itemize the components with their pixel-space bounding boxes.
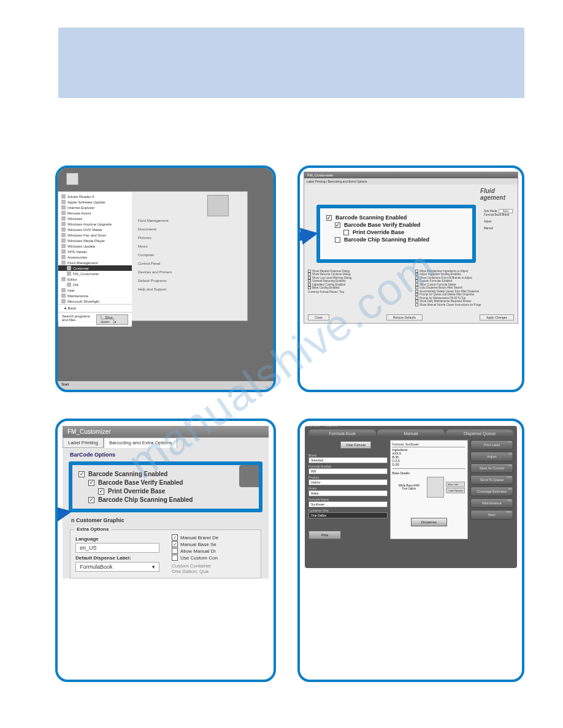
checkbox-barcode-scanning[interactable]: ✓Barcode Scanning Enabled (326, 214, 466, 221)
start-menu: Adobe Reader 9 Apple Software Update Int… (58, 191, 248, 321)
start-item-customer[interactable]: Customer (58, 265, 132, 271)
button-row: Close Restore Defaults Apply Changes (308, 314, 514, 320)
default-dispense-label-select[interactable]: FormulaBook▾ (75, 562, 159, 572)
coverage-estimator-button[interactable]: F3Coverage Estimator (470, 487, 513, 496)
checkbox-print-override[interactable]: Print Override Base (326, 229, 466, 235)
disp-title: ColorCard 4 - Dispense (306, 423, 338, 427)
chevron-down-icon: ▾ (152, 564, 155, 570)
brand-logo: Fluidagement (480, 188, 505, 201)
formula-number-input[interactable]: 809 (308, 468, 388, 474)
checkbox-chip-scanning[interactable]: Barcode Chip Scanning Enabled (326, 237, 466, 243)
extra-options-section: Extra Options Language en_US Default Dis… (70, 529, 261, 578)
dispense-button[interactable]: Dispense (411, 518, 447, 526)
header-banner (58, 28, 524, 98)
start-back[interactable]: ◄ Back (58, 304, 132, 312)
checkbox-barcode-scanning[interactable]: ✓Barcode Scanning Enabled (79, 471, 253, 477)
tab-barcoding[interactable]: Barcoding and Extra Options (104, 438, 177, 448)
checkbox-print-override[interactable]: ✓Print Override Base (79, 488, 253, 495)
version-footer: FM Customizer Version 14.0.1.1 (300, 391, 522, 392)
label-options-button[interactable]: Label Options (446, 488, 465, 493)
fm-customizer-window-large: FM_Customizer Label Printing Barcoding a… (63, 426, 269, 578)
clear-formula-button[interactable]: Clear Formula (340, 441, 371, 449)
container-size-select[interactable]: One Gallon (308, 512, 388, 518)
tab-manual[interactable]: Manual (377, 430, 445, 438)
start-item-fm-customizer[interactable]: FM_Customizer (58, 271, 132, 276)
side-options: Size Mode: Auto Formula Book Brand Adjus… (484, 209, 513, 230)
screenshot-panel-2: FM_Customizer Label Printing | Barcoding… (297, 165, 524, 392)
window-title: FM_Customizer (304, 172, 518, 178)
callout-arrow-icon (55, 503, 74, 523)
apply-changes-button[interactable]: Apply Changes (480, 314, 514, 320)
desktop-background: Adobe Reader 9 Apple Software Update Int… (58, 168, 274, 390)
language-select[interactable]: en_US (75, 543, 159, 553)
start-search-row: Search programs and files Shut down ▸ (58, 312, 132, 327)
tab-label-printing[interactable]: Label Printing (63, 438, 104, 448)
main-button[interactable]: ESCMain (470, 510, 513, 520)
paint-can-icon (427, 477, 444, 498)
checkbox-base-verify[interactable]: ✓Barcode Base Verify Enabled (326, 222, 466, 228)
start-button[interactable]: Start (61, 382, 69, 386)
shutdown-button[interactable]: Shut down ▸ (96, 314, 128, 325)
tab-strip: Label Printing Barcoding and Extra Optio… (63, 438, 269, 448)
price-button[interactable]: Price (308, 531, 341, 539)
user-avatar (207, 195, 229, 216)
start-menu-programs: Adobe Reader 9 Apple Software Update Int… (58, 192, 132, 320)
screenshot-panel-3: FM_Customizer Label Printing Barcoding a… (55, 419, 276, 682)
top-tabs: Formula Book Manual Dispense Queue (308, 430, 513, 438)
tab-formula-book[interactable]: Formula Book (308, 430, 376, 438)
customer-graphic-check[interactable]: n Customer Graphic (63, 516, 269, 525)
dispense-screen: ColorCard 4 - Dispense Formula Book Manu… (305, 426, 517, 568)
lower-options: Show Repeat Dispense Dialog Show Resume … (308, 269, 514, 306)
right-action-buttons: F7Print Label F8Adjust F9Save As Custom … (470, 440, 513, 539)
callout-arrow-icon (300, 225, 320, 245)
barcode-options-callout: ✓Barcode Scanning Enabled ✓Barcode Base … (69, 461, 262, 512)
checkbox-base-verify[interactable]: ✓Barcode Base Verify Enabled (79, 479, 253, 486)
formula-fields: Clear Formula Brand Standard Formula Num… (308, 440, 388, 539)
screenshot-panel-4: ColorCard 4 - Dispense Formula Book Manu… (297, 419, 524, 682)
restore-defaults-button[interactable]: Restore Defaults (386, 314, 423, 320)
tab-dispense-queue[interactable]: Dispense Queue (446, 430, 513, 438)
barcode-options-callout: ✓Barcode Scanning Enabled ✓Barcode Base … (316, 205, 476, 263)
save-as-custom-button[interactable]: F9Save As Custom (470, 463, 513, 473)
barcode-section-header: BarCode Options (63, 448, 269, 458)
more-info-button[interactable]: More Info (446, 482, 465, 487)
formula-details: Formula: Sunflower Ingredients: AXX-5 B-… (390, 440, 468, 539)
recycle-bin-icon (66, 173, 79, 185)
finish-select[interactable]: Matte (308, 490, 388, 496)
screenshot-panel-1: Adobe Reader 9 Apple Software Update Int… (55, 165, 276, 392)
search-input[interactable]: Search programs and files (62, 314, 96, 325)
print-label-button[interactable]: F7Print Label (470, 440, 513, 450)
taskbar: Start (58, 381, 274, 390)
tab-bar: Label Printing | Barcoding and Extra Opt… (304, 178, 518, 184)
window-title: FM_Customizer (63, 426, 269, 438)
adjust-button[interactable]: F8Adjust (470, 452, 513, 461)
maintenance-button[interactable]: F11Maintenance (470, 498, 513, 508)
formula-name-input[interactable]: Sunflower (308, 501, 388, 507)
checkbox-chip-scanning[interactable]: ✓Barcode Chip Scanning Enabled (79, 496, 253, 503)
send-to-queue-button[interactable]: F10Send To Queue (470, 475, 513, 485)
close-button[interactable]: Close (308, 314, 329, 320)
start-menu-right: Fluid Management Documents Pictures Musi… (132, 192, 247, 320)
brand-select[interactable]: Standard (308, 457, 388, 463)
product-select[interactable]: Interior (308, 479, 388, 485)
